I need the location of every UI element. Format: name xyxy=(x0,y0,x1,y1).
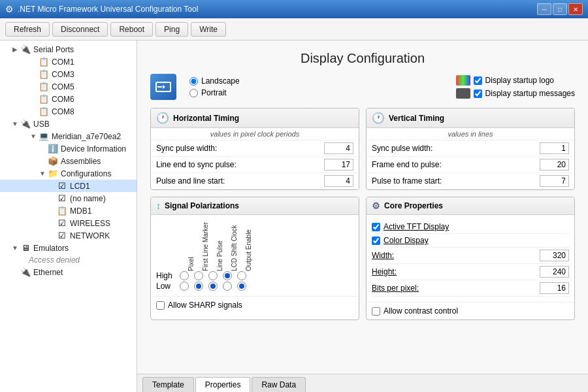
signal-col-labels: Pixel First Line Marker Line Pulse LCD S… xyxy=(184,219,353,271)
signal-high-firstline[interactable] xyxy=(194,271,203,280)
signal-low-linepulse[interactable] xyxy=(208,282,218,291)
content-area: Display Configuration Landscape xyxy=(137,41,588,392)
active-tft-checkbox[interactable] xyxy=(372,223,380,231)
htiming-row1-input[interactable] xyxy=(324,142,353,154)
signal-high-lcdclock[interactable] xyxy=(223,271,232,280)
sidebar-item-com5[interactable]: 📋 COM5 xyxy=(0,80,137,93)
vtiming-subtitle: values in lines xyxy=(367,128,574,140)
sidebar-item-usb[interactable]: ▼ 🔌 USB xyxy=(0,118,137,130)
com8-label: COM8 xyxy=(52,107,74,116)
signal-arrow-icon: ↕ xyxy=(156,201,161,211)
sidebar-item-com3[interactable]: 📋 COM3 xyxy=(0,68,137,80)
contrast-checkbox[interactable] xyxy=(372,307,380,316)
startup-logo-item[interactable]: Display startup logo xyxy=(456,75,575,86)
color-display-row: Color Dispay xyxy=(372,234,569,248)
startup-messages-item[interactable]: Display startup messages xyxy=(456,88,575,99)
width-input[interactable] xyxy=(540,250,569,261)
sidebar-item-ethernet[interactable]: 🔌 Ethernet xyxy=(0,266,137,278)
ping-button[interactable]: Ping xyxy=(155,22,188,37)
signal-low-lcdclock[interactable] xyxy=(223,282,232,291)
refresh-button[interactable]: Refresh xyxy=(5,22,50,37)
vtiming-row1-label: Sync pulse width: xyxy=(372,144,433,153)
sidebar-item-mdb1[interactable]: 📋 MDB1 xyxy=(0,204,137,217)
expand-emulators[interactable]: ▼ xyxy=(10,244,20,252)
sidebar-item-com8[interactable]: 📋 COM8 xyxy=(0,105,137,118)
landscape-option[interactable]: Landscape xyxy=(189,76,240,86)
sidebar-item-lcd1[interactable]: ☑ LCD1 xyxy=(0,180,137,192)
com5-icon: 📋 xyxy=(38,82,50,91)
sidebar-item-emulators[interactable]: ▼ 🖥 Emulators xyxy=(0,242,137,254)
contrast-row: Allow contrast control xyxy=(367,302,574,319)
bpp-input[interactable] xyxy=(540,282,569,294)
vtiming-row1: Sync pulse width: xyxy=(367,140,574,157)
signal-core-row: ↕ Signal Polarizations Pixel First Line … xyxy=(150,197,575,320)
signal-high-row: High xyxy=(156,271,353,280)
sidebar-item-com6[interactable]: 📋 COM6 xyxy=(0,93,137,105)
sidebar-item-noname[interactable]: ☑ (no name) xyxy=(0,192,137,204)
com8-icon: 📋 xyxy=(38,106,50,116)
startup-logo-checkbox[interactable] xyxy=(474,76,482,85)
signal-low-firstline[interactable] xyxy=(194,282,203,291)
expand-serial-ports[interactable]: ▶ xyxy=(10,46,20,53)
disconnect-button[interactable]: Disconnect xyxy=(52,22,108,37)
htiming-row3-input[interactable] xyxy=(324,175,353,187)
sidebar-item-network[interactable]: ☑ NETWORK xyxy=(0,229,137,242)
sidebar-item-access-denied: Access denied xyxy=(0,254,137,266)
sidebar-item-configurations[interactable]: ▼ 📁 Configurations xyxy=(0,167,137,180)
sidebar-item-serial-ports[interactable]: ▶ 🔌 Serial Ports xyxy=(0,43,137,56)
htiming-subtitle: values in pixel clock periods xyxy=(151,128,359,140)
portrait-radio[interactable] xyxy=(189,89,198,97)
sidebar-item-device[interactable]: ▼ 💻 Meridian_a7e70ea2 xyxy=(0,130,137,142)
portrait-option[interactable]: Portrait xyxy=(189,88,240,97)
assemblies-label: Assemblies xyxy=(61,157,101,166)
lcd1-icon: ☑ xyxy=(56,181,68,191)
usb-label: USB xyxy=(33,120,50,129)
htiming-title: Horizontal Timing xyxy=(173,114,239,123)
sidebar-item-wireless[interactable]: ☑ WIRELESS xyxy=(0,217,137,229)
height-input[interactable] xyxy=(540,266,569,278)
vtiming-row3-input[interactable] xyxy=(540,175,569,187)
sidebar-item-device-info[interactable]: ℹ️ Device Information xyxy=(0,142,137,155)
vertical-timing-header: 🕐 Vertical Timing xyxy=(367,108,574,128)
core-panel: ⚙ Core Properties Active TFT Display Col… xyxy=(366,197,575,320)
sidebar-item-com1[interactable]: 📋 COM1 xyxy=(0,56,137,68)
expand-usb[interactable]: ▼ xyxy=(10,120,20,127)
orientation-row: Landscape Portrait Display startup logo xyxy=(150,74,575,100)
device-info-icon: ℹ️ xyxy=(47,144,59,154)
tab-properties[interactable]: Properties xyxy=(195,377,251,392)
write-button[interactable]: Write xyxy=(191,22,226,37)
sidebar-item-assemblies[interactable]: 📦 Assemblies xyxy=(0,155,137,167)
vtiming-row2-input[interactable] xyxy=(540,159,569,171)
color-display-checkbox[interactable] xyxy=(372,237,380,245)
bpp-label: Bits per pixel: xyxy=(372,284,419,293)
config-title: Display Configuration xyxy=(150,51,575,66)
network-label: NETWORK xyxy=(70,231,110,240)
reboot-button[interactable]: Reboot xyxy=(110,22,153,37)
signal-high-linepulse[interactable] xyxy=(208,271,218,280)
maximize-button[interactable]: □ xyxy=(553,3,567,15)
vtiming-row1-input[interactable] xyxy=(540,142,569,154)
signal-low-output[interactable] xyxy=(237,282,246,291)
signal-low-pixel[interactable] xyxy=(180,282,189,291)
signal-high-pixel[interactable] xyxy=(180,271,189,280)
app-title: .NET Micro Framework Universal Configura… xyxy=(18,5,198,14)
horizontal-timing-panel: 🕐 Horizontal Timing values in pixel cloc… xyxy=(150,108,359,190)
minimize-button[interactable]: ─ xyxy=(537,3,551,15)
tab-raw-data[interactable]: Raw Data xyxy=(252,377,306,392)
htiming-row3: Pulse and line start: xyxy=(151,173,359,189)
sharp-checkbox[interactable] xyxy=(156,301,165,310)
close-button[interactable]: ✕ xyxy=(568,3,583,15)
serial-ports-label: Serial Ports xyxy=(33,45,74,54)
expand-device[interactable]: ▼ xyxy=(29,133,38,140)
startup-messages-checkbox[interactable] xyxy=(474,90,482,98)
signal-high-output[interactable] xyxy=(237,271,246,280)
htiming-row2-input[interactable] xyxy=(324,159,353,171)
color-display-label: Color Dispay xyxy=(384,236,429,245)
signal-col-firstline: First Line Marker xyxy=(198,219,212,271)
com3-icon: 📋 xyxy=(38,69,50,79)
expand-configurations[interactable]: ▼ xyxy=(38,170,47,177)
com6-label: COM6 xyxy=(52,95,74,104)
serial-ports-icon: 🔌 xyxy=(20,44,31,54)
tab-template[interactable]: Template xyxy=(142,377,194,392)
landscape-radio[interactable] xyxy=(189,77,198,86)
